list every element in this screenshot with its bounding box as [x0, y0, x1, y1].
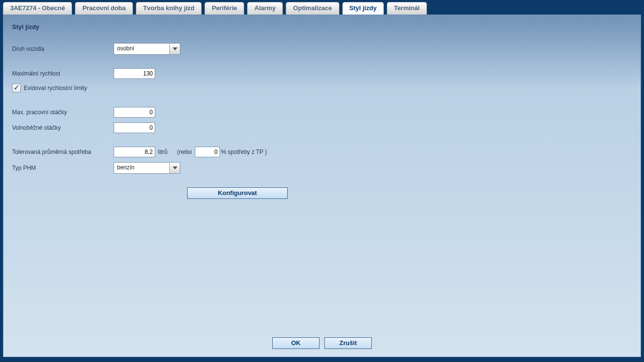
- ok-button[interactable]: OK: [272, 337, 320, 349]
- chevron-down-icon: [169, 44, 180, 54]
- label-percent-close: % spotřeby z TP ): [221, 149, 267, 155]
- cons-percent-input[interactable]: [195, 147, 220, 157]
- vehicle-type-select[interactable]: osobní: [114, 43, 180, 55]
- tab-obecne[interactable]: 3AE7274 - Obecné: [3, 2, 72, 15]
- row-tolerated-cons: Tolerovaná průměrná spotřeba litrů (nebo…: [12, 147, 632, 157]
- row-vehicle-type: Druh vozidla osobní: [12, 43, 632, 55]
- section-title: Styl jízdy: [12, 23, 632, 30]
- row-max-work-rpm: Max. pracovní otáčky: [12, 107, 632, 118]
- tab-tvorba-knihy[interactable]: Tvorba knihy jízd: [136, 2, 202, 15]
- fuel-type-select[interactable]: benzín: [114, 162, 180, 174]
- tab-periferie[interactable]: Periférie: [205, 2, 244, 15]
- label-or-open: (nebo: [177, 149, 192, 155]
- label-idle-rpm: Volnoběžné otáčky: [12, 124, 114, 131]
- vehicle-type-value: osobní: [114, 44, 169, 54]
- tab-bar: 3AE7274 - Obecné Pracovní doba Tvorba kn…: [0, 1, 644, 15]
- label-record-speed-limits: Evidovat rychlostní limity: [24, 85, 87, 91]
- label-fuel-type: Typ PHM: [12, 165, 114, 171]
- dialog-footer: OK Zrušit: [3, 337, 641, 349]
- max-work-rpm-input[interactable]: [114, 107, 155, 118]
- tab-optimalizace[interactable]: Optimalizace: [286, 2, 339, 15]
- max-speed-input[interactable]: [114, 68, 155, 79]
- tolerated-cons-input[interactable]: [114, 147, 155, 157]
- tab-alarmy[interactable]: Alarmy: [247, 2, 283, 15]
- row-max-speed: Maximální rychlost: [12, 68, 632, 79]
- label-max-work-rpm: Max. pracovní otáčky: [12, 109, 114, 116]
- tab-terminal[interactable]: Terminál: [387, 2, 427, 15]
- tab-panel: Styl jízdy Druh vozidla osobní Maximální…: [3, 15, 641, 357]
- cancel-button[interactable]: Zrušit: [324, 337, 372, 349]
- label-max-speed: Maximální rychlost: [12, 70, 114, 77]
- fuel-type-value: benzín: [114, 163, 169, 173]
- label-vehicle-type: Druh vozidla: [12, 45, 114, 52]
- tab-pracovni-doba[interactable]: Pracovní doba: [75, 2, 133, 15]
- app-window: 3AE7274 - Obecné Pracovní doba Tvorba kn…: [0, 0, 644, 362]
- row-fuel-type: Typ PHM benzín: [12, 162, 632, 174]
- row-record-speed-limits: Evidovat rychlostní limity: [12, 84, 632, 92]
- record-speed-limits-checkbox[interactable]: [12, 84, 21, 92]
- row-idle-rpm: Volnoběžné otáčky: [12, 122, 632, 133]
- label-liters: litrů: [158, 149, 167, 155]
- configure-button[interactable]: Konfigurovat: [187, 187, 288, 199]
- row-configure: Konfigurovat: [12, 187, 632, 199]
- panel-content: Styl jízdy Druh vozidla osobní Maximální…: [3, 15, 641, 357]
- tab-styl-jizdy[interactable]: Styl jízdy: [342, 2, 384, 15]
- idle-rpm-input[interactable]: [114, 122, 155, 133]
- label-tolerated-cons: Tolerovaná průměrná spotřeba: [12, 149, 114, 155]
- chevron-down-icon: [169, 163, 180, 173]
